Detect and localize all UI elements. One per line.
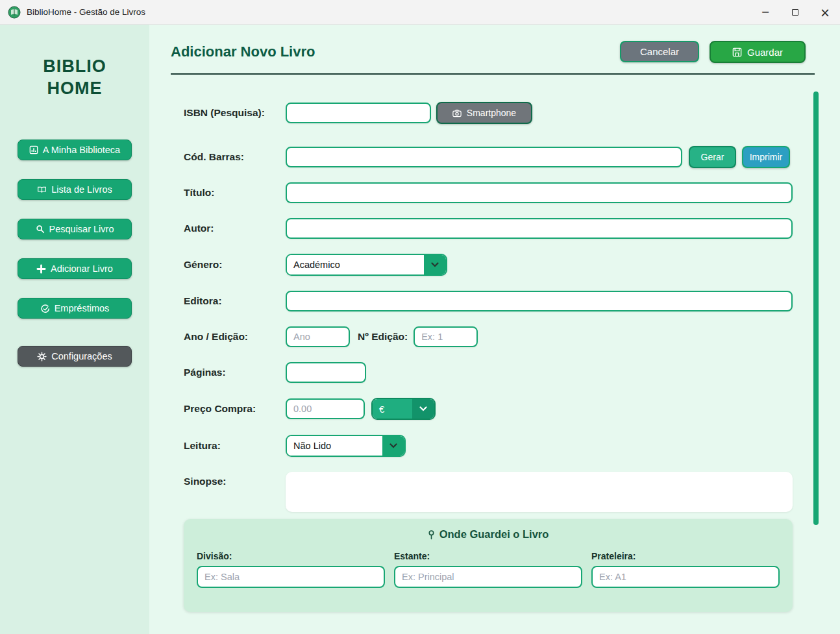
shelf-field: Estante: [394,551,582,588]
year-input[interactable] [286,326,350,347]
titlebar: BiblioHome - Gestão de Livros − × [0,0,840,25]
logo-line2: HOME [43,77,106,99]
title-label: Título: [184,187,286,199]
gear-icon [37,352,47,361]
minimize-icon: − [761,6,769,18]
chevron-down-icon [419,406,427,411]
sidebar-item-my-library[interactable]: A Minha Biblioteca [18,140,132,160]
generate-button[interactable]: Gerar [689,146,736,168]
save-button[interactable]: Guardar [710,41,806,63]
app-window: BiblioHome - Gestão de Livros − × BIBLIO… [0,0,840,634]
sidebar-item-label: A Minha Biblioteca [43,145,120,155]
year-edition-label: Ano / Edição: [184,331,286,343]
save-icon [732,47,742,57]
plus-icon [36,264,46,274]
form-row-pages: Páginas: [184,362,793,383]
synopsis-label: Sinopse: [184,472,286,487]
pages-label: Páginas: [184,367,286,378]
smartphone-label: Smartphone [467,108,516,118]
sidebar: BIBLIO HOME A Minha Biblioteca Lista de … [0,25,149,634]
rack-input[interactable] [591,566,780,588]
window-title: BiblioHome - Gestão de Livros [27,7,145,17]
edition-label: Nº Edição: [358,331,408,343]
pages-input[interactable] [286,362,366,383]
currency-value: € [373,399,412,419]
sidebar-item-label: Adicionar Livro [51,263,113,274]
rack-label: Prateleira: [591,551,780,561]
form-row-synopsis: Sinopse: [184,472,793,512]
logo-line1: BIBLIO [43,55,106,77]
maximize-button[interactable] [780,0,810,24]
form-row-publisher: Editora: [184,291,793,311]
chevron-down-icon [431,262,439,267]
barcode-label: Cód. Barras: [184,151,286,163]
form-row-year-edition: Ano / Edição: Nº Edição: [184,326,793,347]
sidebar-item-settings[interactable]: Configurações [18,346,132,367]
synopsis-textarea[interactable] [286,472,793,512]
sidebar-item-label: Configurações [51,351,112,361]
search-icon [36,225,45,234]
vertical-scrollbar[interactable] [813,91,819,525]
form-row-isbn: ISBN (Pesquisa): Smartphone [184,102,793,124]
reading-label: Leitura: [184,440,286,452]
author-input[interactable] [286,218,793,239]
header-divider [171,73,815,75]
sidebar-item-add-book[interactable]: Adicionar Livro [18,258,132,279]
division-field: Divisão: [197,551,385,588]
print-button[interactable]: Imprimir [742,146,790,168]
main-content: Adicionar Novo Livro Cancelar Guardar [149,25,840,634]
print-label: Imprimir [750,152,783,162]
app-logo: BIBLIO HOME [43,55,106,99]
sidebar-item-loans[interactable]: Empréstimos [18,298,132,319]
form-row-genre: Género: Académico [184,254,793,276]
generate-label: Gerar [701,152,724,162]
reading-select[interactable]: Não Lido [286,435,406,457]
close-button[interactable]: × [810,0,840,24]
sidebar-item-book-list[interactable]: Lista de Livros [18,179,132,200]
page-header: Adicionar Novo Livro Cancelar Guardar [171,41,815,63]
camera-icon [452,109,462,117]
titlebar-left: BiblioHome - Gestão de Livros [0,6,145,19]
handshake-icon [40,304,50,313]
publisher-input[interactable] [286,291,793,311]
location-card-title: Onde Guardei o Livro [197,528,780,541]
location-card-fields: Divisão: Estante: Prateleira: [197,551,780,588]
location-pin-icon [428,530,435,540]
edition-input[interactable] [414,326,478,347]
title-input[interactable] [286,182,793,203]
price-input[interactable] [286,398,365,419]
maximize-icon [792,9,798,16]
sidebar-item-label: Lista de Livros [51,184,112,195]
form-row-barcode: Cód. Barras: Gerar Imprimir [184,146,793,168]
book-form: ISBN (Pesquisa): Smartphone Cód. Barras: [184,102,793,512]
genre-value: Académico [287,255,424,274]
cancel-label: Cancelar [640,46,679,57]
window-controls: − × [750,0,840,24]
header-actions: Cancelar Guardar [620,41,815,63]
genre-select[interactable]: Académico [286,254,447,276]
division-label: Divisão: [197,551,385,561]
app-icon [8,6,21,19]
currency-arrow [412,399,434,419]
rack-field: Prateleira: [591,551,780,588]
reading-arrow [382,436,404,456]
shelf-input[interactable] [394,566,582,588]
sidebar-nav: A Minha Biblioteca Lista de Livros Pesqu… [18,140,132,385]
sidebar-item-search-book[interactable]: Pesquisar Livro [18,219,132,239]
books-icon [37,186,47,194]
cancel-button[interactable]: Cancelar [620,41,699,62]
form-row-title: Título: [184,182,793,203]
chart-icon [29,145,38,154]
barcode-input[interactable] [286,147,682,167]
minimize-button[interactable]: − [750,0,780,24]
division-input[interactable] [197,566,385,588]
isbn-input[interactable] [286,103,431,123]
form-row-reading: Leitura: Não Lido [184,435,793,457]
currency-select[interactable]: € [371,398,436,420]
smartphone-button[interactable]: Smartphone [436,102,532,124]
publisher-label: Editora: [184,295,286,307]
close-icon: × [820,5,830,19]
form-row-price: Preço Compra: € [184,398,793,420]
genre-arrow [424,255,446,274]
sidebar-item-label: Empréstimos [55,303,110,313]
